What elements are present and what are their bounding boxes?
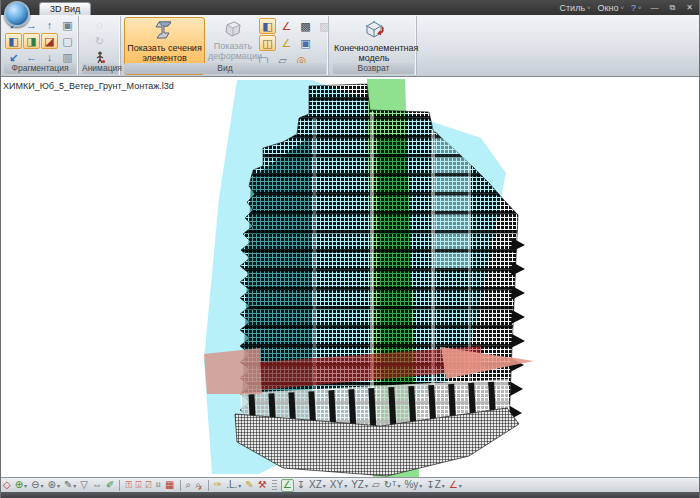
view-solid-cube-icon[interactable]: ◧: [259, 18, 276, 34]
fit-view-icon[interactable]: ⇔: [91, 479, 103, 492]
fragment-arrow-up-icon[interactable]: ↑: [41, 17, 58, 33]
red-plane-left-wing: [204, 348, 262, 394]
cut-tool-icon[interactable]: ⚒: [257, 479, 268, 492]
application-menu-orb[interactable]: [4, 1, 30, 27]
group-view: Показать сечения элементов Показать дефо…: [122, 16, 329, 75]
group-label-return: Возврат: [333, 63, 414, 74]
axis-down-icon[interactable]: ↧: [296, 479, 306, 492]
walking-figure-icon: [94, 51, 106, 64]
toolbar-separator: [180, 480, 181, 491]
scheme-slab-icon[interactable]: ▦: [164, 479, 175, 492]
toolbar-grip[interactable]: [272, 480, 277, 491]
view-xy-button[interactable]: XY▾: [329, 479, 348, 492]
fill-color-icon[interactable]: ✑: [213, 479, 223, 492]
tab-3d-view[interactable]: 3D Вид: [39, 2, 91, 15]
projection-plane-icon[interactable]: ▱: [371, 479, 381, 492]
fragment-down-icon[interactable]: ⍗: [134, 479, 142, 492]
zoom-pointer-icon[interactable]: ✎▾: [63, 479, 77, 492]
group-animation: ◌ ↻ Анимация: [80, 16, 121, 75]
minimize-button[interactable]: —: [649, 3, 661, 12]
finite-element-model-label: Конечноэлементная модель: [334, 43, 414, 63]
view-wire-cube-icon[interactable]: ◫: [259, 35, 276, 51]
zoom-out-icon[interactable]: ⊖▾: [30, 479, 44, 492]
zoom-window-icon[interactable]: ⊛▾: [47, 479, 61, 492]
group-label-animation: Анимация: [82, 63, 118, 74]
fragment-add-cube-icon[interactable]: ▣: [59, 17, 76, 33]
scheme-grid-icon[interactable]: ⌗: [154, 479, 162, 492]
chevron-down-icon: ˅: [621, 5, 625, 11]
animation-replay-icon[interactable]: ↻: [91, 33, 108, 49]
deformed-cube-icon: [223, 19, 243, 38]
titlebar-right-menus: Стиль ˅ Окно ˅ ? ˅ — ⧉ ✕: [560, 1, 696, 14]
group-label-fragmentation: Фрагментация: [4, 63, 76, 74]
axes-red-icon[interactable]: ∠: [278, 18, 295, 34]
fem-cube-return-icon: [362, 19, 386, 40]
chevron-down-icon: ˅: [638, 5, 642, 11]
rotate-view-icon[interactable]: ↻ᵀ▾: [383, 479, 402, 492]
menu-style-label: Стиль: [560, 3, 586, 13]
fragment-up-icon[interactable]: ⍐: [124, 479, 132, 492]
repaint-icon[interactable]: ✐: [105, 479, 115, 492]
search-clear-icon[interactable]: ⌕✗: [194, 479, 204, 492]
column-gap: [431, 130, 435, 420]
view-xz-button[interactable]: XZ▾: [308, 479, 327, 492]
fragment-cube-cut-icon[interactable]: ◪: [41, 33, 58, 49]
group-label-view: Вид: [124, 63, 326, 74]
menu-style[interactable]: Стиль ˅: [560, 3, 591, 13]
fragment-cube-left-icon[interactable]: ◧: [5, 33, 22, 49]
fragment-invert-icon[interactable]: ⍁: [144, 479, 152, 492]
menu-window-label: Окно: [598, 3, 619, 13]
zoom-in-icon[interactable]: ⊕▾: [14, 479, 28, 492]
menu-window[interactable]: Окно ˅: [598, 3, 624, 13]
model-scene: [1, 78, 700, 477]
bottom-toolbar: ◇ ⊕▾ ⊖▾ ⊛▾ ✎▾ ▽ ⇔ ✐ ⍐ ⍗ ⍁ ⌗ ▦ ⌕ ⌕✗ ✑ .L.…: [1, 477, 700, 492]
show-deformations-label: Показать деформации: [208, 41, 258, 61]
model-file-label: ХИМКИ_Юб_5_Ветер_Грунт_Монтаж.l3d: [3, 81, 174, 91]
measure-units-icon[interactable]: .L.▾: [225, 479, 242, 492]
toolbar-separator: [119, 480, 120, 491]
view-axes-icon[interactable]: ∠: [281, 479, 294, 492]
restore-button[interactable]: ⧉: [668, 3, 678, 13]
3d-viewport[interactable]: ХИМКИ_Юб_5_Ветер_Грунт_Монтаж.l3d: [1, 78, 700, 477]
view-yz-button[interactable]: YZ▾: [350, 479, 369, 492]
menu-help[interactable]: ? ˅: [631, 3, 642, 13]
show-sections-label: Показать сечения элементов: [125, 43, 204, 63]
polygon-select-icon[interactable]: ◇: [2, 479, 12, 492]
help-icon: ?: [631, 3, 636, 13]
z-axis-icon[interactable]: ↧Z▾: [425, 479, 446, 492]
fragment-cube-front-icon[interactable]: ◨: [23, 33, 40, 49]
animation-loop-icon[interactable]: ◌: [91, 17, 108, 33]
search-icon[interactable]: ⌕: [185, 479, 193, 492]
fragment-cube-grey-icon[interactable]: ▢: [59, 33, 76, 49]
group-return: Конечноэлементная модель Возврат: [331, 16, 417, 75]
edit-pencil-icon[interactable]: ✎: [244, 479, 254, 492]
view-dark-cube-icon[interactable]: ▩: [297, 18, 314, 34]
axes-ucs-icon[interactable]: ∠: [278, 35, 295, 51]
ibeam-section-icon: [154, 20, 176, 40]
window-bottom-edge: [1, 492, 700, 498]
ribbon: ↗ → ↑ ▣ ◧ ◨ ◪ ▢ ↙ ← ↓ ▥ Фрагментация ◌ ↻…: [1, 15, 700, 77]
axes-dropdown-icon[interactable]: ∠▾: [448, 479, 463, 492]
close-button[interactable]: ✕: [684, 3, 695, 12]
toolbar-separator: [208, 480, 209, 491]
chevron-down-icon: ˅: [587, 5, 591, 11]
snapshot-icon[interactable]: ▣: [297, 35, 314, 51]
filter-icon[interactable]: ▽: [79, 479, 89, 492]
scale-y-icon[interactable]: %y▾: [403, 479, 423, 492]
